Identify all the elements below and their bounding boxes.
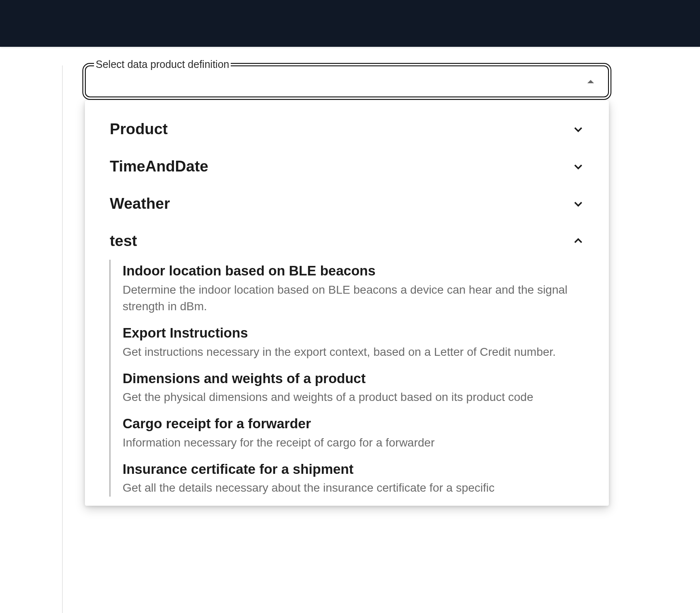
list-item[interactable]: Export Instructions Get instructions nec…	[123, 324, 584, 360]
item-desc: Information necessary for the receipt of…	[123, 434, 584, 451]
top-bar	[0, 0, 700, 47]
group-header-product[interactable]: Product	[85, 111, 609, 148]
group-header-weather[interactable]: Weather	[85, 185, 609, 222]
item-desc: Determine the indoor location based on B…	[123, 282, 584, 315]
group-title: Weather	[110, 195, 170, 212]
item-desc: Get instructions necessary in the export…	[123, 344, 584, 361]
item-title: Indoor location based on BLE beacons	[123, 262, 584, 280]
content: Select data product definition Product T…	[0, 65, 700, 97]
group-items-test: Indoor location based on BLE beacons Det…	[110, 260, 609, 497]
group-title: TimeAndDate	[110, 158, 208, 175]
item-title: Export Instructions	[123, 324, 584, 342]
item-title: Insurance certificate for a shipment	[123, 461, 584, 478]
list-item[interactable]: Insurance certificate for a shipment Get…	[123, 461, 584, 497]
caret-up-icon	[587, 80, 594, 83]
chevron-down-icon	[572, 123, 584, 135]
select-container: Select data product definition Product T…	[85, 65, 609, 97]
list-item[interactable]: Dimensions and weights of a product Get …	[123, 370, 584, 406]
divider	[62, 65, 63, 613]
chevron-down-icon	[572, 161, 584, 172]
select-label: Select data product definition	[94, 58, 231, 70]
group-header-timeanddate[interactable]: TimeAndDate	[85, 148, 609, 185]
chevron-down-icon	[572, 198, 584, 210]
item-title: Dimensions and weights of a product	[123, 370, 584, 388]
dropdown-panel: Product TimeAndDate Weather test	[85, 101, 609, 506]
item-desc: Get all the details necessary about the …	[123, 480, 584, 497]
item-desc: Get the physical dimensions and weights …	[123, 389, 584, 406]
group-header-test[interactable]: test	[85, 222, 609, 260]
group-title: Product	[110, 121, 168, 138]
group-title: test	[110, 232, 137, 250]
list-item[interactable]: Cargo receipt for a forwarder Informatio…	[123, 415, 584, 451]
item-title: Cargo receipt for a forwarder	[123, 415, 584, 433]
chevron-up-icon	[572, 235, 584, 247]
list-item[interactable]: Indoor location based on BLE beacons Det…	[123, 262, 584, 315]
